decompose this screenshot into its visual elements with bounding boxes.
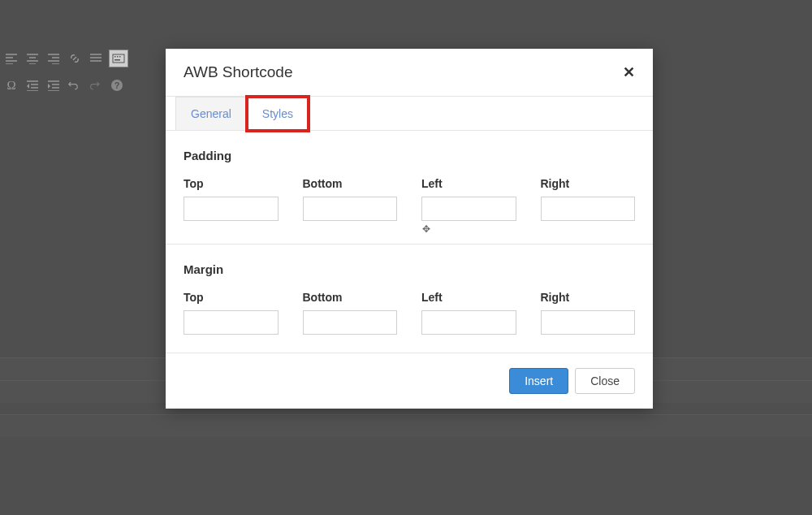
padding-fields: Top Bottom Left Right ✥ bbox=[184, 177, 635, 221]
svg-rect-18 bbox=[119, 56, 121, 58]
move-icon: ✥ bbox=[422, 223, 430, 235]
tabs-bar: General Styles bbox=[166, 97, 653, 131]
modal-title: AWB Shortcode bbox=[184, 63, 292, 81]
padding-right-input[interactable] bbox=[541, 197, 636, 221]
margin-bottom-input[interactable] bbox=[303, 310, 398, 335]
close-icon[interactable]: ✕ bbox=[623, 65, 635, 80]
undo-icon bbox=[67, 77, 83, 93]
svg-rect-19 bbox=[114, 59, 120, 61]
padding-left-input[interactable] bbox=[421, 197, 516, 221]
padding-left-field: Left bbox=[421, 177, 516, 221]
svg-rect-16 bbox=[114, 56, 116, 58]
margin-top-label: Top bbox=[184, 291, 279, 304]
background-toolbar: Ω ? bbox=[0, 45, 162, 98]
padding-bottom-label: Bottom bbox=[303, 177, 398, 190]
link-icon bbox=[67, 50, 83, 67]
margin-left-label: Left bbox=[421, 291, 516, 304]
padding-top-input[interactable] bbox=[184, 197, 279, 221]
section-margin: Margin Top Bottom Left Right bbox=[166, 245, 653, 353]
modal-footer: Insert Close bbox=[166, 353, 653, 409]
modal-body: Padding Top Bottom Left Right bbox=[166, 131, 653, 353]
toolbar-row-1 bbox=[0, 45, 162, 72]
insert-button[interactable]: Insert bbox=[509, 368, 568, 394]
close-button[interactable]: Close bbox=[575, 368, 635, 394]
align-left-icon bbox=[3, 50, 19, 67]
padding-bottom-field: Bottom bbox=[303, 177, 398, 221]
margin-bottom-label: Bottom bbox=[303, 291, 398, 304]
help-icon: ? bbox=[109, 77, 125, 93]
margin-top-field: Top bbox=[184, 291, 279, 335]
svg-rect-15 bbox=[113, 54, 124, 63]
margin-title: Margin bbox=[184, 262, 635, 276]
margin-right-field: Right bbox=[541, 291, 636, 335]
toolbar-row-2: Ω ? bbox=[0, 72, 162, 98]
padding-bottom-input[interactable] bbox=[303, 197, 398, 221]
svg-text:?: ? bbox=[114, 80, 120, 90]
redo-icon bbox=[88, 77, 104, 93]
omega-icon: Ω bbox=[3, 77, 19, 93]
shortcode-modal: AWB Shortcode ✕ General Styles Padding T… bbox=[166, 49, 653, 409]
margin-left-field: Left bbox=[421, 291, 516, 335]
indent-right-icon bbox=[45, 77, 62, 93]
keyboard-icon bbox=[109, 50, 128, 67]
padding-right-label: Right bbox=[541, 177, 636, 190]
tab-general[interactable]: General bbox=[175, 97, 247, 130]
margin-right-label: Right bbox=[541, 291, 636, 304]
align-right-icon bbox=[45, 50, 62, 67]
align-center-icon bbox=[24, 50, 41, 67]
margin-fields: Top Bottom Left Right bbox=[184, 291, 635, 335]
margin-top-input[interactable] bbox=[184, 310, 279, 335]
svg-rect-17 bbox=[117, 56, 119, 58]
modal-header: AWB Shortcode ✕ bbox=[166, 49, 653, 97]
margin-left-input[interactable] bbox=[421, 310, 516, 335]
section-padding: Padding Top Bottom Left Right bbox=[166, 131, 653, 245]
margin-right-input[interactable] bbox=[541, 310, 636, 335]
padding-right-field: Right bbox=[541, 177, 636, 221]
tab-styles[interactable]: Styles bbox=[247, 97, 309, 131]
padding-top-field: Top bbox=[184, 177, 279, 221]
margin-bottom-field: Bottom bbox=[303, 291, 398, 335]
format-icon bbox=[88, 50, 104, 67]
padding-top-label: Top bbox=[184, 177, 279, 190]
padding-title: Padding bbox=[184, 149, 635, 162]
indent-left-icon bbox=[24, 77, 41, 93]
padding-left-label: Left bbox=[421, 177, 516, 190]
